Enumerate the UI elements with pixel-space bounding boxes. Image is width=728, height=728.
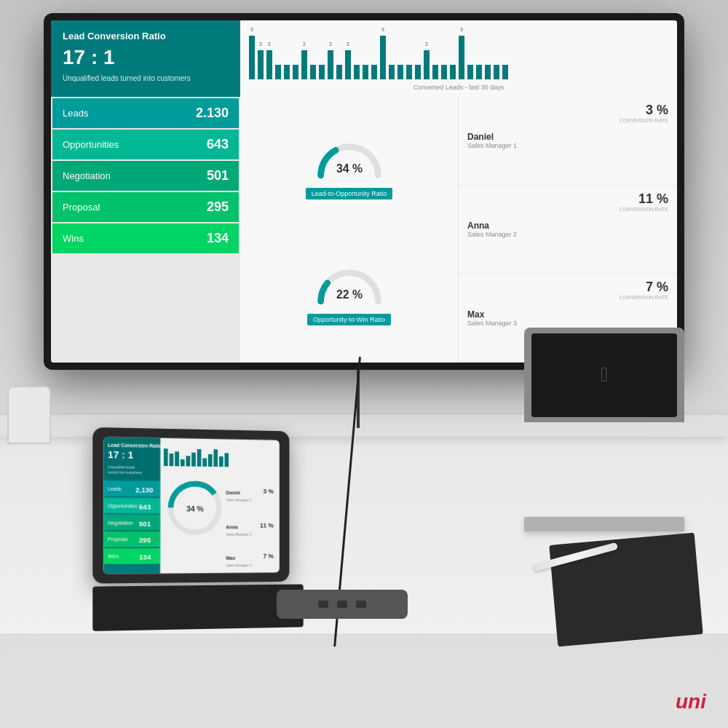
svg-text:11 %: 11 % bbox=[260, 522, 274, 529]
bar-item bbox=[415, 65, 421, 79]
tablet-frame: Lead Conversion Ratio 17 : 1 Unqualified… bbox=[92, 427, 289, 584]
bar-item bbox=[293, 65, 298, 79]
uni-logo: uni bbox=[676, 690, 706, 713]
metric-leads: Leads2.130 bbox=[52, 98, 239, 128]
tablet-keyboard bbox=[92, 585, 303, 631]
right-panel: Daniel Sales Manager 1 3 % CONVERSION RA… bbox=[459, 97, 677, 363]
bar-item bbox=[397, 65, 403, 79]
svg-rect-29 bbox=[186, 456, 191, 466]
metric-value: 501 bbox=[207, 168, 229, 183]
metric-value: 2.130 bbox=[196, 106, 229, 121]
manager-info-1: Anna Sales Manager 2 bbox=[467, 221, 555, 238]
svg-rect-25 bbox=[164, 448, 168, 466]
gauge-label: Lead-to-Opportunity Ratio bbox=[306, 188, 393, 199]
tablet-screen: Lead Conversion Ratio 17 : 1 Unqualified… bbox=[103, 437, 280, 574]
metric-label: Wins bbox=[63, 233, 84, 244]
bar-item bbox=[363, 65, 368, 79]
left-metrics: Leads2.130Opportunities643Negotiation501… bbox=[51, 97, 240, 363]
svg-text:Leads: Leads bbox=[108, 486, 122, 491]
metric-opportunities: Opportunities643 bbox=[52, 130, 239, 159]
left-header: Lead Conversion Ratio 17 : 1 Unqualified… bbox=[51, 20, 240, 97]
bar-item bbox=[467, 65, 473, 79]
bar-item bbox=[389, 65, 395, 79]
manager-title: Sales Manager 2 bbox=[467, 231, 555, 238]
svg-text:Max: Max bbox=[226, 555, 235, 561]
rate-label: CONVERSION RATE bbox=[620, 207, 668, 212]
manager-title: Sales Manager 3 bbox=[467, 320, 555, 327]
manager-rate-1: 11 % CONVERSION RATE bbox=[620, 191, 668, 212]
bar-item bbox=[406, 65, 412, 79]
sparkline-0 bbox=[555, 135, 668, 161]
svg-text:Wins: Wins bbox=[108, 554, 119, 559]
svg-rect-34 bbox=[213, 449, 218, 467]
manager-title: Sales Manager 1 bbox=[467, 142, 555, 149]
bar-item bbox=[275, 65, 281, 79]
metric-negotiation: Negotiation501 bbox=[52, 161, 239, 191]
laptop-body bbox=[524, 517, 684, 531]
bar-item bbox=[441, 65, 447, 79]
gauge-1: 22 % Opportunity-to-Win Ratio bbox=[306, 260, 393, 325]
laptop-display:  bbox=[531, 333, 677, 417]
svg-rect-28 bbox=[181, 459, 185, 467]
metric-value: 643 bbox=[207, 137, 229, 152]
svg-text:295: 295 bbox=[139, 536, 151, 544]
bar-chart-title: Converted Leads - last 30 days bbox=[249, 84, 668, 91]
svg-rect-31 bbox=[197, 449, 202, 467]
rate-label: CONVERSION RATE bbox=[620, 118, 668, 123]
bar-item bbox=[476, 65, 482, 79]
gauge-svg: 22 % bbox=[306, 260, 393, 311]
manager-name: Anna bbox=[467, 221, 555, 231]
manager-row-0: Daniel Sales Manager 1 3 % CONVERSION RA… bbox=[459, 97, 677, 186]
apple-logo:  bbox=[601, 363, 608, 387]
gauge-value: 22 % bbox=[336, 288, 363, 300]
manager-rate-2: 7 % CONVERSION RATE bbox=[620, 280, 668, 300]
bar-item bbox=[485, 65, 491, 79]
manager-name: Max bbox=[467, 309, 555, 320]
metric-value: 134 bbox=[207, 231, 229, 246]
bar-item bbox=[319, 65, 325, 79]
gauge-0: 34 % Lead-to-Opportunity Ratio bbox=[306, 134, 393, 199]
tv-frame: Lead Conversion Ratio 17 : 1 Unqualified… bbox=[44, 13, 684, 370]
bar-chart-area: 322222323 Converted Leads - last 30 days bbox=[240, 20, 677, 97]
svg-text:7 %: 7 % bbox=[264, 553, 274, 560]
manager-info-2: Max Sales Manager 3 bbox=[467, 309, 555, 327]
metric-label: Proposal bbox=[63, 202, 100, 213]
svg-rect-30 bbox=[191, 453, 196, 467]
bar-item: 3 bbox=[249, 36, 255, 79]
metric-proposal: Proposal295 bbox=[52, 192, 239, 222]
svg-text:3 %: 3 % bbox=[264, 488, 274, 495]
hub-port-1 bbox=[318, 601, 328, 608]
manager-info-0: Daniel Sales Manager 1 bbox=[467, 132, 555, 149]
bar-item bbox=[502, 65, 508, 79]
bar-item: 2 bbox=[345, 50, 351, 79]
svg-text:2,130: 2,130 bbox=[135, 486, 153, 494]
gauge-label: Opportunity-to-Win Ratio bbox=[307, 314, 391, 325]
gauge-svg: 34 % bbox=[306, 134, 393, 185]
bar-item: 3 bbox=[380, 36, 386, 79]
svg-text:Opportunities: Opportunities bbox=[108, 503, 138, 509]
bar-item bbox=[310, 65, 316, 79]
rate-label: CONVERSION RATE bbox=[620, 295, 668, 300]
manager-name: Daniel bbox=[467, 132, 555, 142]
metric-label: Negotiation bbox=[63, 170, 111, 181]
metric-label: Leads bbox=[63, 108, 88, 119]
usb-hub bbox=[277, 590, 408, 619]
bar-item: 2 bbox=[328, 50, 333, 79]
svg-rect-33 bbox=[208, 454, 213, 467]
svg-rect-27 bbox=[175, 451, 179, 466]
bar-item bbox=[336, 65, 342, 79]
rate-value: 3 % bbox=[646, 103, 668, 117]
middle-panel: 34 % Lead-to-Opportunity Ratio 22 % Oppo… bbox=[240, 97, 459, 363]
svg-text:Negotiation: Negotiation bbox=[108, 520, 133, 526]
laptop-screen:  bbox=[524, 328, 684, 422]
laptop:  bbox=[524, 422, 684, 524]
bar-item bbox=[494, 65, 499, 79]
notebook-cover bbox=[549, 533, 703, 647]
svg-rect-26 bbox=[170, 454, 174, 466]
svg-text:Anna: Anna bbox=[226, 524, 238, 529]
rate-value: 7 % bbox=[646, 280, 668, 294]
tv-screen: Lead Conversion Ratio 17 : 1 Unqualified… bbox=[51, 20, 677, 363]
hub-port-2 bbox=[337, 601, 347, 608]
svg-text:Sales Manager 1: Sales Manager 1 bbox=[226, 499, 252, 502]
svg-rect-32 bbox=[202, 458, 207, 466]
